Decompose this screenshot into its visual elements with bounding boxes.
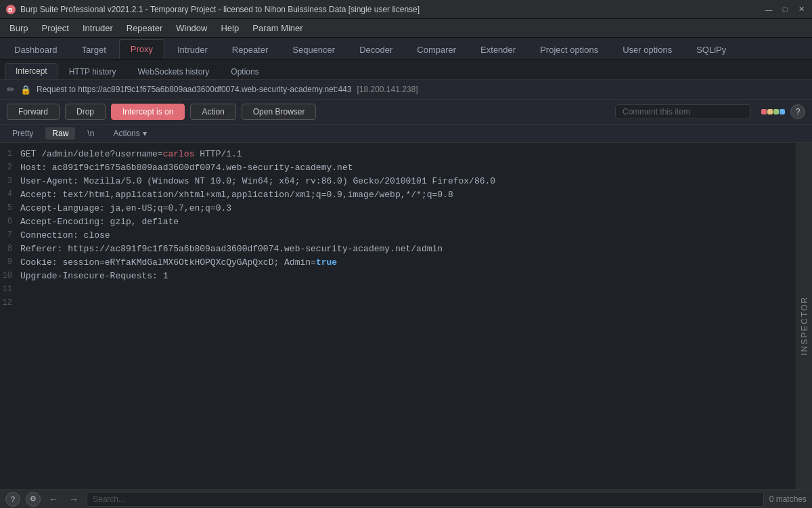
- table-row: 5Accept-Language: ja,en-US;q=0.7,en;q=0.…: [0, 203, 812, 216]
- tab-pretty[interactable]: Pretty: [5, 127, 40, 140]
- menu-item-repeater[interactable]: Repeater: [120, 22, 169, 35]
- line-content: Accept-Language: ja,en-US;q=0.7,en;q=0.3: [20, 203, 231, 213]
- table-row: 1GET /admin/delete?username=carlos HTTP/…: [0, 148, 812, 162]
- intercept-toggle-button[interactable]: Intercept is on: [111, 104, 185, 120]
- sub-tab-websockets-history[interactable]: WebSockets history: [128, 64, 220, 79]
- top-tab-repeater[interactable]: Repeater: [221, 40, 279, 59]
- line-content: GET /admin/delete?username=carlos HTTP/1…: [20, 149, 242, 159]
- top-tab-intruder[interactable]: Intruder: [166, 40, 219, 59]
- menu-item-window[interactable]: Window: [169, 22, 214, 35]
- line-number: 6: [0, 217, 20, 226]
- line-number: 11: [0, 284, 20, 294]
- minimize-button[interactable]: —: [763, 4, 774, 15]
- line-number: 9: [0, 257, 20, 267]
- menu-item-burp[interactable]: Burp: [3, 22, 35, 35]
- line-content: Accept-Encoding: gzip, deflate: [20, 217, 179, 227]
- svg-text:B: B: [8, 7, 13, 14]
- menu-item-project[interactable]: Project: [35, 22, 75, 35]
- line-content: Upgrade-Insecure-Requests: 1: [20, 271, 168, 281]
- forward-button[interactable]: Forward: [7, 104, 60, 120]
- top-tab-sequencer[interactable]: Sequencer: [281, 40, 346, 59]
- line-content: Referer: https://ac891f9c1f675a6b809aad3…: [20, 244, 443, 254]
- table-row: 7Connection: close: [0, 230, 812, 243]
- menu-item-help[interactable]: Help: [214, 22, 246, 35]
- line-content: Accept: text/html,application/xhtml+xml,…: [20, 190, 453, 200]
- top-tab-decoder[interactable]: Decoder: [348, 40, 404, 59]
- close-button[interactable]: ✕: [796, 4, 807, 15]
- lock-icon: 🔒: [20, 85, 31, 95]
- line-number: 1: [0, 149, 20, 158]
- sub-tab-options[interactable]: Options: [221, 64, 269, 79]
- title-bar: B Burp Suite Professional v2021.2.1 - Te…: [0, 0, 812, 19]
- action-bar: Forward Drop Intercept is on Action Open…: [0, 100, 812, 125]
- editor-scroll[interactable]: 1GET /admin/delete?username=carlos HTTP/…: [0, 143, 812, 508]
- matches-count: 0 matches: [769, 494, 807, 504]
- back-button[interactable]: ←: [46, 492, 61, 507]
- menu-bar: BurpProjectIntruderRepeaterWindowHelpPar…: [0, 19, 812, 38]
- request-ip: [18.200.141.238]: [357, 85, 418, 94]
- forward-nav-button[interactable]: →: [66, 492, 81, 507]
- line-number: 7: [0, 230, 20, 240]
- table-row: 10Upgrade-Insecure-Requests: 1: [0, 270, 812, 284]
- line-number: 3: [0, 176, 20, 186]
- sub-tab-http-history[interactable]: HTTP history: [59, 64, 127, 79]
- line-number: 5: [0, 203, 20, 213]
- pencil-icon: ✏: [7, 84, 15, 95]
- action-button[interactable]: Action: [190, 104, 235, 120]
- line-content: Host: ac891f9c1f675a6b809aad3600df0074.w…: [20, 163, 353, 173]
- table-row: 6Accept-Encoding: gzip, deflate: [0, 216, 812, 230]
- line-content: User-Agent: Mozilla/5.0 (Windows NT 10.0…: [20, 176, 495, 186]
- line-number: 2: [0, 163, 20, 172]
- table-row: 3User-Agent: Mozilla/5.0 (Windows NT 10.…: [0, 175, 812, 189]
- table-row: 2Host: ac891f9c1f675a6b809aad3600df0074.…: [0, 162, 812, 175]
- top-tab-dashboard[interactable]: Dashboard: [3, 40, 69, 59]
- main-content: ✏ 🔒 Request to https://ac891f9c1f675a6b8…: [0, 80, 812, 508]
- help-status-button[interactable]: ?: [5, 492, 20, 507]
- sub-tabs: InterceptHTTP historyWebSockets historyO…: [0, 60, 812, 80]
- drop-button[interactable]: Drop: [65, 104, 106, 120]
- open-browser-button[interactable]: Open Browser: [242, 104, 317, 120]
- tab-hex[interactable]: \n: [81, 127, 101, 140]
- line-content: Cookie: session=eRYfaKMdGalMX6OtkHOPQXcQ…: [20, 257, 337, 268]
- request-bar: ✏ 🔒 Request to https://ac891f9c1f675a6b8…: [0, 80, 812, 100]
- editor-area: 1GET /admin/delete?username=carlos HTTP/…: [0, 143, 812, 508]
- app-icon: B: [5, 4, 16, 15]
- line-number: 12: [0, 298, 20, 308]
- status-bar: ? ⚙ ← → 0 matches: [0, 489, 812, 508]
- table-row: 4Accept: text/html,application/xhtml+xml…: [0, 189, 812, 203]
- top-tab-sqlipy[interactable]: SQLiPy: [685, 40, 738, 59]
- window-title: Burp Suite Professional v2021.2.1 - Temp…: [20, 5, 420, 14]
- top-tabs: DashboardTargetProxyIntruderRepeaterSequ…: [0, 38, 812, 60]
- top-tab-target[interactable]: Target: [70, 40, 118, 59]
- editor-toolbar: Pretty Raw \n Actions ▾: [0, 125, 812, 143]
- code-editor: 1GET /admin/delete?username=carlos HTTP/…: [0, 143, 812, 316]
- inspector-label: INSPECTOR: [800, 296, 809, 356]
- top-tab-extender[interactable]: Extender: [469, 40, 527, 59]
- line-content: Connection: close: [20, 230, 110, 240]
- top-tab-comparer[interactable]: Comparer: [405, 40, 468, 59]
- menu-item-intruder[interactable]: Intruder: [76, 22, 120, 35]
- line-number: 4: [0, 190, 20, 199]
- top-tab-user-options[interactable]: User options: [611, 40, 683, 59]
- top-tab-proxy[interactable]: Proxy: [119, 39, 164, 59]
- line-number: 10: [0, 271, 20, 280]
- restore-button[interactable]: □: [780, 4, 790, 15]
- search-input[interactable]: [87, 492, 764, 507]
- tab-raw[interactable]: Raw: [45, 127, 75, 140]
- inspector-panel: INSPECTOR: [796, 143, 812, 508]
- menu-item-param-miner[interactable]: Param Miner: [246, 22, 309, 35]
- actions-dropdown[interactable]: Actions ▾: [106, 127, 153, 140]
- table-row: 8Referer: https://ac891f9c1f675a6b809aad…: [0, 243, 812, 257]
- settings-button[interactable]: ⚙: [26, 492, 41, 507]
- top-tab-project-options[interactable]: Project options: [528, 40, 610, 59]
- table-row: 12: [0, 297, 812, 311]
- burp-logo: [761, 109, 785, 114]
- table-row: 11: [0, 284, 812, 297]
- sub-tab-intercept[interactable]: Intercept: [5, 63, 58, 79]
- line-number: 8: [0, 244, 20, 253]
- comment-input[interactable]: [615, 104, 750, 119]
- help-button[interactable]: ?: [790, 104, 805, 119]
- request-url: Request to https://ac891f9c1f675a6b809aa…: [37, 85, 351, 94]
- table-row: 9Cookie: session=eRYfaKMdGalMX6OtkHOPQXc…: [0, 257, 812, 270]
